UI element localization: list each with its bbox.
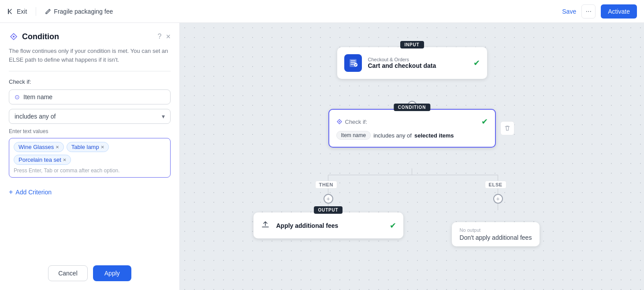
panel-footer: Cancel Apply: [9, 258, 171, 281]
output-check-icon: ✔: [390, 221, 396, 231]
input-node-label: Checkout & Orders: [368, 57, 467, 62]
topbar: Exit Fragile packaging fee Save ··· Acti…: [0, 0, 644, 23]
input-text-group: Checkout & Orders Cart and checkout data: [368, 57, 467, 69]
no-output-title: Don't apply additional fees: [460, 234, 532, 241]
apply-button[interactable]: Apply: [93, 265, 131, 281]
condition-node: CONDITION Check if: ✔ Item name includes…: [328, 109, 496, 148]
edit-icon: [45, 8, 51, 15]
condition-items-row: Item name includes any of selected items: [336, 131, 488, 140]
canvas: INPUT Checkout & Orders Cart and checkou…: [180, 23, 644, 290]
plus-then[interactable]: +: [324, 194, 333, 204]
tag-porcelain-tea-set: Porcelain tea set ×: [14, 155, 71, 165]
check-if-label: Check if:: [9, 78, 171, 85]
condition-selected-text: selected items: [414, 132, 454, 139]
condition-includes-text: includes any of: [373, 132, 412, 139]
condition-field-badge: Item name: [336, 131, 371, 140]
left-panel: Condition ? × The flow continues only if…: [0, 23, 180, 290]
values-label: Enter text values: [9, 128, 171, 134]
panel-header-actions: ? ×: [158, 32, 171, 41]
dots-icon: ···: [586, 7, 592, 15]
close-panel-button[interactable]: ×: [166, 32, 171, 41]
values-row: Enter text values Wine Glasses × Table l…: [9, 128, 171, 178]
svg-point-1: [13, 36, 15, 37]
else-label: ELSE: [485, 181, 506, 189]
svg-rect-0: [8, 9, 9, 14]
input-node: INPUT Checkout & Orders Cart and checkou…: [337, 47, 487, 79]
tag-wine-glasses: Wine Glasses ×: [14, 142, 64, 152]
chevron-down-icon: ▾: [162, 113, 165, 120]
cancel-button[interactable]: Cancel: [48, 265, 88, 281]
operator-select-label: includes any of: [15, 113, 56, 120]
input-icon-box: [344, 54, 362, 72]
panel-header: Condition ? ×: [9, 32, 171, 41]
input-check-icon: ✔: [473, 58, 480, 68]
checkout-icon: [348, 58, 358, 68]
output-node-title: Apply additional fees: [276, 222, 383, 229]
exit-icon: [7, 8, 14, 15]
tag-table-lamp-remove[interactable]: ×: [101, 144, 104, 150]
condition-panel-icon: [9, 32, 19, 41]
svg-point-9: [339, 121, 340, 123]
output-badge: OUTPUT: [314, 206, 343, 214]
condition-icon: [336, 119, 342, 125]
tag-wine-glasses-remove[interactable]: ×: [56, 144, 59, 150]
add-criterion-button[interactable]: + Add Criterion: [9, 188, 171, 196]
panel-title-row: Condition: [9, 32, 59, 41]
main-area: Condition ? × The flow continues only if…: [0, 23, 644, 290]
condition-check-label-text: Check if:: [345, 119, 368, 125]
output-text-group: Apply additional fees: [276, 222, 383, 229]
topbar-left: Exit Fragile packaging fee: [7, 7, 113, 16]
field-row: ⊙ Item name: [9, 89, 171, 104]
output-icon: [261, 219, 270, 231]
input-node-title: Cart and checkout data: [368, 62, 467, 69]
tag-wine-glasses-text: Wine Glasses: [19, 144, 54, 150]
operator-row: includes any of ▾: [9, 109, 171, 124]
field-select[interactable]: ⊙ Item name: [9, 89, 171, 104]
field-select-label: Item name: [23, 93, 52, 100]
flow-title: Fragile packaging fee: [54, 8, 113, 15]
topbar-right: Save ··· Activate: [562, 4, 637, 19]
condition-delete-button[interactable]: [500, 121, 514, 135]
operator-select[interactable]: includes any of ▾: [9, 109, 171, 124]
tags-container: Wine Glasses × Table lamp × Porcelain te…: [14, 142, 166, 165]
trash-icon: [504, 125, 510, 131]
tag-porcelain-tea-set-remove[interactable]: ×: [63, 157, 67, 163]
plus-else[interactable]: +: [493, 194, 503, 204]
panel-description: The flow continues only if your conditio…: [9, 47, 171, 64]
values-box[interactable]: Wine Glasses × Table lamp × Porcelain te…: [9, 138, 171, 178]
exit-label: Exit: [17, 8, 27, 15]
topbar-separator: [36, 7, 36, 16]
condition-check-row: Check if: ✔: [336, 117, 488, 126]
condition-badge: CONDITION: [394, 104, 430, 111]
exit-button[interactable]: Exit: [7, 8, 27, 15]
tag-table-lamp: Table lamp ×: [67, 142, 109, 152]
upload-icon: [261, 219, 270, 229]
panel-divider: [9, 71, 171, 71]
input-badge: INPUT: [400, 41, 424, 48]
field-select-icon: ⊙: [15, 93, 20, 100]
help-button[interactable]: ?: [158, 33, 162, 41]
tag-table-lamp-text: Table lamp: [71, 144, 99, 150]
output-node: OUTPUT Apply additional fees ✔: [253, 212, 403, 238]
add-criterion-label: Add Criterion: [15, 189, 52, 196]
then-label: THEN: [315, 181, 338, 189]
no-output-label: No output: [460, 227, 532, 233]
condition-check-label: Check if:: [336, 119, 368, 125]
no-output-node: No output Don't apply additional fees: [452, 222, 540, 246]
topbar-title: Fragile packaging fee: [45, 8, 113, 15]
panel-title: Condition: [22, 32, 59, 41]
activate-button[interactable]: Activate: [601, 4, 637, 19]
condition-check-icon: ✔: [481, 117, 488, 126]
plus-icon: +: [9, 188, 13, 196]
tag-porcelain-tea-set-text: Porcelain tea set: [19, 156, 61, 163]
more-options-button[interactable]: ···: [581, 4, 596, 19]
save-button[interactable]: Save: [562, 8, 576, 15]
values-hint: Press Enter, Tab or comma after each opt…: [14, 167, 166, 174]
